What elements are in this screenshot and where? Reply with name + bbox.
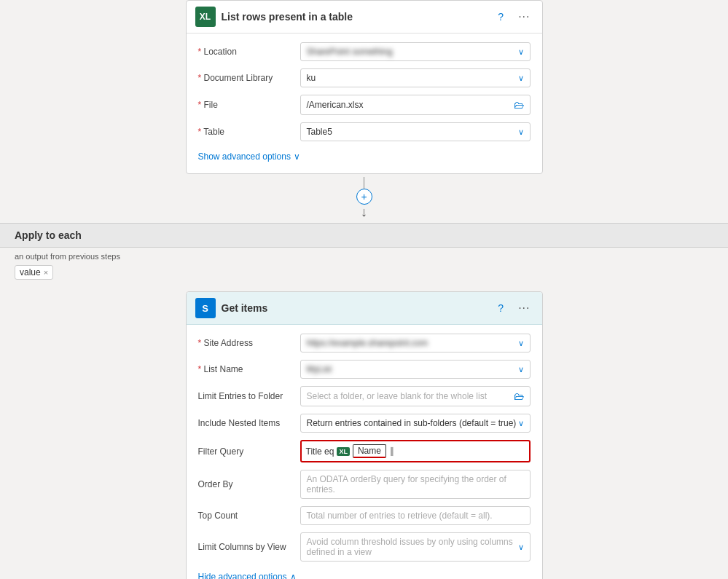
limit-columns-row: Limit Columns by View Avoid column thres… xyxy=(198,532,531,562)
filter-cursor: ▌ xyxy=(391,447,396,455)
location-value: SharePoint something xyxy=(307,47,518,57)
top-connector: + ↓ xyxy=(0,174,728,223)
show-advanced-icon: ∨ xyxy=(294,151,300,162)
arrow-down-icon: ↓ xyxy=(361,205,367,220)
doc-library-label: Document Library xyxy=(198,73,293,83)
table-row: Table Table5 ∨ xyxy=(198,122,531,141)
doc-library-value: ku xyxy=(307,73,518,83)
site-address-label: Site Address xyxy=(198,338,293,348)
limit-entries-placeholder: Select a folder, or leave blank for the … xyxy=(307,391,514,401)
location-row: Location SharePoint something ∨ xyxy=(198,42,531,61)
list-name-value: MyList xyxy=(307,364,518,374)
order-by-label: Order By xyxy=(198,479,293,489)
include-nested-value: Return entries contained in sub-folders … xyxy=(307,418,518,428)
more-options-button[interactable]: ··· xyxy=(515,9,533,25)
get-items-card-body: Site Address https://example.sharepoint.… xyxy=(187,325,542,579)
get-items-card: S Get items ? ··· Site Address https://e… xyxy=(186,291,543,579)
top-card-wrapper: XL List rows present in a table ? ··· Lo… xyxy=(0,0,728,174)
table-chevron-icon: ∨ xyxy=(518,127,524,137)
limit-columns-chevron-icon: ∨ xyxy=(518,543,524,552)
value-tag: value × xyxy=(15,265,53,280)
hide-advanced-button[interactable]: Hide advanced options ∧ xyxy=(198,569,297,579)
limit-columns-dropdown[interactable]: Avoid column threshold issues by only us… xyxy=(300,532,531,562)
top-count-row: Top Count Total number of entries to ret… xyxy=(198,506,531,525)
file-value: /American.xlsx xyxy=(307,100,514,110)
list-name-chevron-icon: ∨ xyxy=(518,365,524,374)
list-rows-card-header: XL List rows present in a table ? ··· xyxy=(187,1,542,34)
get-items-help-button[interactable]: ? xyxy=(495,301,506,315)
apply-to-each-title: Apply to each xyxy=(15,229,82,241)
order-by-placeholder: An ODATA orderBy query for specifying th… xyxy=(307,474,524,495)
limit-entries-row: Limit Entries to Folder Select a folder,… xyxy=(198,386,531,406)
value-tag-text: value xyxy=(20,267,41,277)
include-nested-row: Include Nested Items Return entries cont… xyxy=(198,414,531,433)
hide-advanced-label: Hide advanced options xyxy=(198,572,287,579)
filter-query-row: Filter Query Title eq XL Name ▌ xyxy=(198,440,531,462)
filter-name-token: Name xyxy=(353,444,386,458)
show-advanced-label: Show advanced options xyxy=(198,151,291,162)
get-items-card-title: Get items xyxy=(222,302,268,314)
order-by-input[interactable]: An ODATA orderBy query for specifying th… xyxy=(300,470,531,499)
site-address-value: https://example.sharepoint.com xyxy=(307,338,518,348)
location-dropdown[interactable]: SharePoint something ∨ xyxy=(300,42,531,61)
hide-advanced-icon: ∧ xyxy=(290,572,297,579)
limit-columns-label: Limit Columns by View xyxy=(198,542,293,552)
doc-library-row: Document Library ku ∨ xyxy=(198,68,531,87)
filter-query-input[interactable]: Title eq XL Name ▌ xyxy=(300,440,531,462)
add-step-button[interactable]: + xyxy=(356,189,372,205)
site-address-row: Site Address https://example.sharepoint.… xyxy=(198,334,531,352)
location-chevron-icon: ∨ xyxy=(518,47,524,57)
value-tag-remove-button[interactable]: × xyxy=(44,268,48,277)
include-nested-chevron-icon: ∨ xyxy=(518,419,524,428)
list-rows-card: XL List rows present in a table ? ··· Lo… xyxy=(186,0,543,174)
get-items-more-button[interactable]: ··· xyxy=(515,300,533,316)
list-rows-card-title: List rows present in a table xyxy=(222,11,353,23)
table-label: Table xyxy=(198,127,293,137)
site-address-chevron-icon: ∨ xyxy=(518,339,524,348)
file-label: File xyxy=(198,100,293,110)
file-input[interactable]: /American.xlsx 🗁 xyxy=(300,95,531,115)
limit-entries-label: Limit Entries to Folder xyxy=(198,391,293,401)
top-count-label: Top Count xyxy=(198,511,293,521)
list-name-label: List Name xyxy=(198,364,293,374)
excel-icon: XL xyxy=(195,7,216,27)
doc-library-chevron-icon: ∨ xyxy=(518,74,524,83)
list-rows-card-body: Location SharePoint something ∨ Document… xyxy=(187,34,542,173)
file-browse-icon: 🗁 xyxy=(514,99,524,111)
site-address-dropdown[interactable]: https://example.sharepoint.com ∨ xyxy=(300,334,531,352)
get-items-section: S Get items ? ··· Site Address https://e… xyxy=(0,284,728,579)
include-nested-label: Include Nested Items xyxy=(198,418,293,428)
top-count-input[interactable]: Total number of entries to retrieve (def… xyxy=(300,506,531,525)
sharepoint-icon: S xyxy=(195,298,216,318)
include-nested-dropdown[interactable]: Return entries contained in sub-folders … xyxy=(300,414,531,433)
list-name-row: List Name MyList ∨ xyxy=(198,360,531,379)
limit-columns-placeholder: Avoid column threshold issues by only us… xyxy=(307,537,518,557)
top-count-placeholder: Total number of entries to retrieve (def… xyxy=(307,511,524,521)
limit-entries-file-icon: 🗁 xyxy=(514,390,524,402)
page-container: XL List rows present in a table ? ··· Lo… xyxy=(0,0,728,579)
filter-query-label: Filter Query xyxy=(198,446,293,457)
doc-library-dropdown[interactable]: ku ∨ xyxy=(300,68,531,87)
connector-line-1 xyxy=(364,177,364,189)
filter-static-text: Title eq xyxy=(306,446,334,457)
list-name-dropdown[interactable]: MyList ∨ xyxy=(300,360,531,379)
table-dropdown[interactable]: Table5 ∨ xyxy=(300,122,531,141)
apply-to-each-bar: Apply to each xyxy=(0,223,728,248)
show-advanced-button[interactable]: Show advanced options ∨ xyxy=(198,149,300,165)
get-items-card-header: S Get items ? ··· xyxy=(187,292,542,325)
apply-to-each-sublabel: an output from previous steps xyxy=(0,248,728,264)
file-row: File /American.xlsx 🗁 xyxy=(198,95,531,115)
limit-entries-input[interactable]: Select a folder, or leave blank for the … xyxy=(300,386,531,406)
filter-excel-badge: XL xyxy=(337,447,350,456)
order-by-row: Order By An ODATA orderBy query for spec… xyxy=(198,470,531,499)
location-label: Location xyxy=(198,47,293,57)
help-button[interactable]: ? xyxy=(495,9,506,24)
table-value: Table5 xyxy=(307,127,518,137)
